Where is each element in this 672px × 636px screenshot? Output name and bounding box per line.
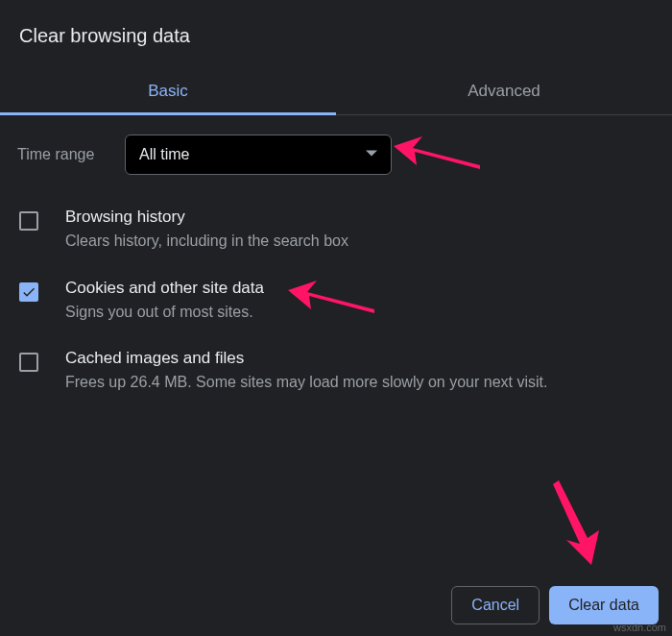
time-range-label: Time range (17, 146, 125, 163)
tab-basic[interactable]: Basic (0, 68, 336, 114)
checkbox-cookies[interactable] (19, 282, 38, 302)
clear-data-button[interactable]: Clear data (549, 586, 659, 624)
dialog-footer: Cancel Clear data (451, 586, 659, 624)
option-title: Cookies and other site data (65, 279, 264, 298)
option-desc: Clears history, including in the search … (65, 231, 348, 252)
watermark: wsxdn.com (613, 622, 666, 633)
tab-advanced[interactable]: Advanced (336, 68, 672, 114)
checkbox-cache[interactable] (19, 353, 38, 372)
chevron-down-icon (366, 146, 377, 163)
option-desc: Signs you out of most sites. (65, 302, 264, 323)
dialog-title: Clear browsing data (0, 0, 672, 68)
cancel-button[interactable]: Cancel (451, 586, 540, 624)
option-title: Cached images and files (65, 349, 547, 368)
annotation-arrow-icon (549, 480, 616, 567)
tab-bar: Basic Advanced (0, 68, 672, 115)
option-browsing-history: Browsing history Clears history, includi… (17, 198, 655, 269)
option-desc: Frees up 26.4 MB. Some sites may load mo… (65, 372, 547, 393)
option-title: Browsing history (65, 208, 348, 227)
checkbox-browsing-history[interactable] (19, 211, 38, 231)
time-range-value: All time (139, 146, 189, 163)
time-range-select[interactable]: All time (125, 135, 392, 175)
option-cookies: Cookies and other site data Signs you ou… (17, 269, 655, 340)
option-cache: Cached images and files Frees up 26.4 MB… (17, 339, 655, 410)
